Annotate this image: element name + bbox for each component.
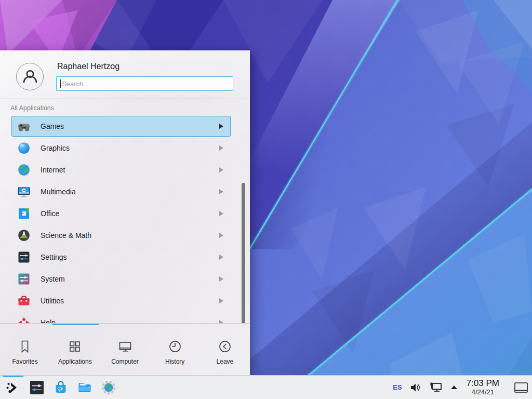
- user-name: Raphael Hertzog: [57, 62, 119, 71]
- category-label: Office: [41, 209, 219, 218]
- tab-label: History: [165, 358, 184, 365]
- clock-icon: [167, 339, 183, 354]
- submenu-arrow-icon: [219, 124, 223, 129]
- sliders-icon: [17, 250, 31, 264]
- system-settings-launcher[interactable]: [25, 376, 49, 399]
- tab-leave[interactable]: Leave: [200, 325, 250, 375]
- category-science-math[interactable]: Science & Math: [11, 225, 231, 246]
- web-browser-gear-icon: [100, 379, 117, 396]
- expand-tray-arrow-icon[interactable]: [450, 385, 458, 390]
- category-graphics[interactable]: Graphics: [11, 138, 231, 158]
- submenu-arrow-icon: [219, 189, 223, 194]
- category-multimedia[interactable]: Multimedia: [11, 181, 231, 202]
- category-label: Settings: [41, 253, 219, 261]
- submenu-arrow-icon: [219, 255, 223, 260]
- leave-icon: [217, 339, 233, 354]
- submenu-arrow-icon: [219, 145, 223, 151]
- gamepad-icon: [17, 119, 31, 134]
- active-task-line: [3, 376, 23, 377]
- tab-label: Applications: [58, 358, 92, 365]
- dolphin-launcher[interactable]: [73, 376, 97, 399]
- computer-icon: [117, 339, 133, 354]
- category-office[interactable]: Office: [11, 203, 231, 224]
- submenu-arrow-icon: [219, 276, 223, 282]
- list-scrollbar[interactable]: [242, 183, 245, 323]
- flask-icon: [17, 228, 31, 243]
- web-browser-launcher[interactable]: [97, 376, 121, 399]
- tab-label: Leave: [217, 358, 234, 365]
- discover-launcher[interactable]: [49, 376, 73, 399]
- category-list: Games Graphics: [0, 115, 250, 323]
- system-sliders-icon: [17, 272, 31, 286]
- category-label: Games: [41, 122, 219, 130]
- application-launcher-menu: Raphael Hertzog All Applications: [0, 50, 250, 375]
- dolphin-folder-icon: [76, 379, 93, 396]
- user-icon: [20, 66, 41, 87]
- tab-computer[interactable]: Computer: [100, 325, 150, 375]
- kickoff-icon: [5, 379, 21, 396]
- search-input[interactable]: [56, 76, 233, 91]
- category-label: Graphics: [41, 144, 219, 152]
- tab-applications[interactable]: Applications: [50, 325, 100, 375]
- category-system[interactable]: System: [11, 269, 231, 289]
- volume-icon[interactable]: [410, 382, 421, 393]
- taskbar: ES 7:03 PM 4/24/21: [0, 375, 532, 399]
- category-games[interactable]: Games: [11, 116, 231, 137]
- category-label: Help: [41, 318, 219, 323]
- category-label: Utilities: [41, 297, 219, 305]
- category-label: System: [41, 275, 219, 283]
- submenu-arrow-icon: [219, 298, 223, 303]
- category-label: Multimedia: [41, 188, 219, 196]
- launcher-tab-bar: Favorites Applications: [0, 323, 250, 375]
- desktop: Raphael Hertzog All Applications: [0, 0, 532, 399]
- submenu-arrow-icon: [219, 211, 223, 216]
- network-icon[interactable]: [429, 381, 443, 394]
- document-icon: [17, 206, 31, 221]
- launcher-header: Raphael Hertzog: [0, 50, 250, 99]
- category-help[interactable]: Help: [11, 312, 231, 323]
- discover-icon: [52, 379, 69, 396]
- submenu-arrow-icon: [219, 167, 223, 172]
- text-caret: [60, 79, 61, 88]
- category-internet[interactable]: Internet: [11, 159, 231, 180]
- clock-date: 4/24/21: [467, 389, 499, 396]
- section-label: All Applications: [0, 99, 250, 115]
- clock-time: 7:03 PM: [467, 379, 499, 389]
- category-label: Internet: [41, 166, 219, 174]
- tab-favorites[interactable]: Favorites: [0, 325, 50, 375]
- toolbox-icon: [17, 294, 31, 308]
- tab-history[interactable]: History: [150, 325, 200, 375]
- globe-icon: [17, 163, 31, 177]
- system-tray: ES 7:03 PM 4/24/21: [393, 376, 532, 399]
- category-settings[interactable]: Settings: [11, 247, 231, 268]
- category-label: Science & Math: [41, 231, 219, 240]
- grid-icon: [67, 339, 83, 354]
- lifebuoy-icon: [17, 315, 31, 323]
- taskbar-launchers: [0, 376, 121, 399]
- tab-label: Favorites: [12, 358, 37, 365]
- sphere-icon: [17, 141, 31, 155]
- category-utilities[interactable]: Utilities: [11, 290, 231, 311]
- digital-clock[interactable]: 7:03 PM 4/24/21: [467, 379, 499, 396]
- show-desktop-button[interactable]: [513, 381, 529, 394]
- submenu-arrow-icon: [219, 233, 223, 238]
- active-tab-indicator: [52, 324, 99, 325]
- keyboard-layout-indicator[interactable]: ES: [393, 383, 402, 391]
- user-avatar[interactable]: [16, 63, 44, 90]
- bookmark-icon: [17, 339, 33, 354]
- kickoff-launcher-button[interactable]: [1, 376, 25, 399]
- tab-label: Computer: [111, 358, 139, 365]
- monitor-play-icon: [17, 184, 31, 199]
- system-settings-icon: [29, 379, 45, 396]
